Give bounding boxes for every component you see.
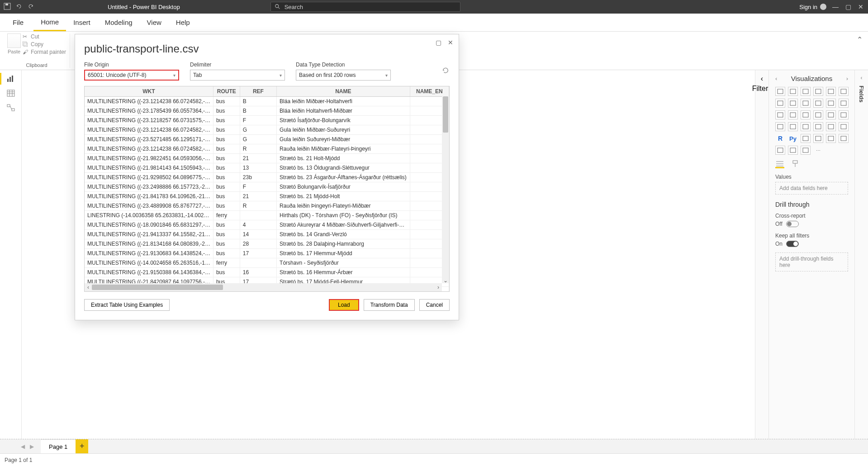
table-row[interactable]: MULTILINESTRING ((-14.0024658 65.263516,… — [85, 258, 449, 268]
table-row[interactable]: MULTILINESTRING ((-21.9822451 64.0593056… — [85, 154, 449, 163]
cut-button[interactable]: ✂Cut — [23, 33, 66, 40]
prev-page-icon[interactable]: ◀ — [18, 443, 27, 450]
dialog-close-icon[interactable]: ✕ — [448, 39, 453, 46]
scroll-down-icon[interactable]: ⌄ — [442, 277, 449, 284]
copy-button[interactable]: ⿻Copy — [23, 41, 66, 48]
table-row[interactable]: MULTILINESTRING ((-21.9814143 64.1505943… — [85, 163, 449, 173]
scroll-thumb[interactable] — [92, 285, 223, 290]
refresh-icon[interactable] — [442, 67, 450, 75]
model-view-icon[interactable] — [6, 104, 16, 112]
format-painter-button[interactable]: 🖌Format painter — [23, 49, 66, 55]
table-row[interactable]: MULTILINESTRING ((-23.1214238 66.0724582… — [85, 97, 449, 106]
table-row[interactable]: MULTILINESTRING ((-21.9413337 64.15582,-… — [85, 230, 449, 239]
chevron-left-icon[interactable]: ‹ — [775, 75, 777, 82]
column-header[interactable]: ROUTE — [213, 86, 240, 97]
treemap-icon[interactable] — [801, 110, 811, 119]
power-automate-icon[interactable] — [801, 146, 811, 155]
table-row[interactable]: MULTILINESTRING ((-23.1785439 66.0557364… — [85, 106, 449, 116]
table-row[interactable]: MULTILINESTRING ((-23.5271485 66.1295171… — [85, 135, 449, 144]
menu-help[interactable]: Help — [169, 14, 197, 31]
signin-button[interactable]: Sign in — [799, 4, 826, 10]
gauge-icon[interactable] — [839, 110, 849, 119]
add-page-button[interactable]: + — [76, 439, 88, 453]
table-row[interactable]: MULTILINESTRING ((-21.9150388 64.1436384… — [85, 268, 449, 277]
extract-table-button[interactable]: Extract Table Using Examples — [84, 299, 170, 311]
redo-icon[interactable] — [27, 3, 35, 11]
menu-view[interactable]: View — [140, 14, 169, 31]
undo-icon[interactable] — [15, 3, 24, 11]
menu-modeling[interactable]: Modeling — [98, 14, 140, 31]
cancel-button[interactable]: Cancel — [419, 299, 450, 311]
waterfall-icon[interactable] — [813, 99, 823, 108]
table-row[interactable]: MULTILINESTRING ((-23.2498886 66.157723,… — [85, 182, 449, 192]
file-origin-dropdown[interactable]: 65001: Unicode (UTF-8) ▾ — [84, 70, 179, 81]
fields-panel-collapsed[interactable]: ‹ Fields — [854, 70, 868, 439]
line-icon[interactable] — [826, 87, 836, 96]
column-header[interactable]: WKT — [85, 86, 213, 97]
stacked-column-icon[interactable] — [801, 87, 811, 96]
area-icon[interactable] — [839, 87, 849, 96]
vertical-scrollbar[interactable]: ⌄ — [442, 96, 449, 283]
search-input[interactable]: Search — [270, 2, 460, 12]
table-row[interactable]: MULTILINESTRING ((-23.1214238 66.0724582… — [85, 144, 449, 154]
menu-home[interactable]: Home — [33, 14, 66, 31]
stacked-bar-icon[interactable] — [775, 87, 785, 96]
table-row[interactable]: MULTILINESTRING ((-23.1218257 66.0731575… — [85, 116, 449, 125]
map-icon[interactable] — [813, 110, 823, 119]
table-row[interactable]: MULTILINESTRING ((-23.1214238 66.0724582… — [85, 125, 449, 135]
clustered-column-icon[interactable] — [813, 87, 823, 96]
scroll-right-icon[interactable]: › — [435, 284, 442, 290]
close-icon[interactable]: ✕ — [857, 3, 864, 10]
matrix-icon[interactable] — [839, 122, 849, 131]
line-stacked-column-icon[interactable] — [775, 99, 785, 108]
column-header[interactable]: NAME_EN — [410, 86, 449, 97]
table-row[interactable]: MULTILINESTRING ((-21.841783 64.109626,-… — [85, 192, 449, 201]
kpi-icon[interactable] — [801, 122, 811, 131]
python-visual-icon[interactable]: Py — [788, 134, 798, 143]
decomposition-tree-icon[interactable] — [813, 134, 823, 143]
filled-map-icon[interactable] — [826, 110, 836, 119]
load-button[interactable]: Load — [329, 299, 359, 311]
chevron-right-icon[interactable]: › — [846, 75, 848, 82]
r-visual-icon[interactable]: R — [775, 134, 785, 143]
multi-row-card-icon[interactable] — [788, 122, 798, 131]
smart-narrative-icon[interactable] — [839, 134, 849, 143]
data-view-icon[interactable] — [6, 89, 16, 97]
next-page-icon[interactable]: ▶ — [27, 443, 36, 450]
cross-report-toggle[interactable] — [786, 221, 799, 227]
clustered-bar-icon[interactable] — [788, 87, 798, 96]
table-row[interactable]: MULTILINESTRING ((-21.8134168 64.080839,… — [85, 239, 449, 249]
pie-icon[interactable] — [775, 110, 785, 119]
more-icon[interactable]: ⋯ — [813, 146, 823, 155]
datatype-dropdown[interactable]: Based on first 200 rows ▾ — [296, 70, 391, 81]
table-row[interactable]: LINESTRING (-14.0036358 65.2633831,-14.0… — [85, 211, 449, 220]
ribbon-collapse-icon[interactable]: ⌃ — [855, 33, 864, 68]
horizontal-scrollbar[interactable]: ‹ › — [85, 283, 442, 291]
menu-file[interactable]: File — [5, 14, 33, 31]
power-apps-icon[interactable] — [788, 146, 798, 155]
table-row[interactable]: MULTILINESTRING ((-21.9130683 64.1438524… — [85, 249, 449, 258]
card-icon[interactable] — [775, 122, 785, 131]
table-row[interactable]: MULTILINESTRING ((-23.4889908 65.8767727… — [85, 201, 449, 211]
maximize-icon[interactable]: ▢ — [844, 3, 852, 10]
fields-tab-icon[interactable] — [775, 160, 784, 168]
format-tab-icon[interactable] — [791, 160, 800, 168]
column-header[interactable]: NAME — [277, 86, 410, 97]
table-row[interactable]: MULTILINESTRING ((-18.0901846 65.6831297… — [85, 220, 449, 230]
menu-insert[interactable]: Insert — [66, 14, 98, 31]
paste-button[interactable]: Paste — [7, 33, 21, 54]
key-influencers-icon[interactable] — [801, 134, 811, 143]
scroll-left-icon[interactable]: ‹ — [85, 284, 92, 290]
minimize-icon[interactable]: — — [832, 3, 839, 10]
drill-through-dropzone[interactable]: Add drill-through fields here — [775, 252, 848, 271]
scroll-thumb[interactable] — [443, 96, 448, 133]
scatter-icon[interactable] — [839, 99, 849, 108]
save-icon[interactable] — [4, 3, 12, 11]
ribbon-icon[interactable] — [801, 99, 811, 108]
q-and-a-icon[interactable] — [826, 134, 836, 143]
delimiter-dropdown[interactable]: Tab ▾ — [190, 70, 285, 81]
column-header[interactable]: REF — [240, 86, 276, 97]
funnel-icon[interactable] — [826, 99, 836, 108]
paginated-report-icon[interactable] — [775, 146, 785, 155]
report-view-icon[interactable] — [6, 75, 16, 83]
